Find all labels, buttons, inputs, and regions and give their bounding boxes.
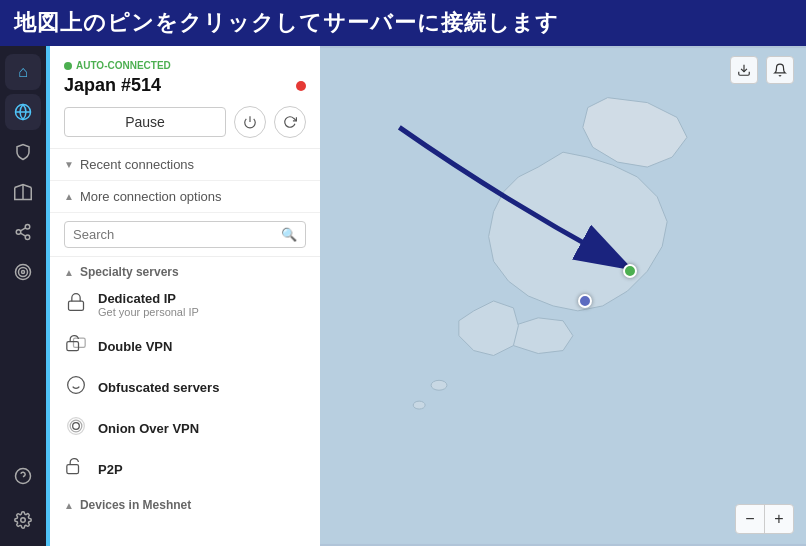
dedicated-ip-item[interactable]: Dedicated IP Get your personal IP: [50, 283, 320, 326]
obfuscated-text: Obfuscated servers: [98, 380, 219, 395]
map-area[interactable]: − +: [320, 46, 806, 546]
obfuscated-servers-item[interactable]: Obfuscated servers: [50, 367, 320, 408]
specialty-servers-label: Specialty servers: [80, 265, 179, 279]
dedicated-ip-text: Dedicated IP Get your personal IP: [98, 291, 199, 318]
dedicated-ip-icon: [64, 292, 88, 317]
obfuscated-title: Obfuscated servers: [98, 380, 219, 395]
svg-rect-16: [67, 342, 79, 351]
section-chevron-up-icon: ▲: [64, 267, 74, 278]
sidebar-item-shield[interactable]: [5, 134, 41, 170]
svg-rect-15: [69, 301, 84, 310]
zoom-out-button[interactable]: −: [736, 505, 764, 533]
double-vpn-icon: [64, 334, 88, 359]
zoom-in-button[interactable]: +: [765, 505, 793, 533]
sidebar-item-box[interactable]: [5, 174, 41, 210]
svg-line-7: [20, 228, 25, 231]
svg-point-22: [70, 420, 82, 432]
auto-connected-badge: AUTO-CONNECTED: [64, 60, 306, 71]
recent-connections-row[interactable]: ▼ Recent connections: [50, 149, 320, 181]
onion-title: Onion Over VPN: [98, 421, 199, 436]
svg-point-10: [22, 271, 25, 274]
double-vpn-item[interactable]: Double VPN: [50, 326, 320, 367]
more-options-row[interactable]: ▲ More connection options: [50, 181, 320, 213]
svg-point-26: [431, 380, 447, 390]
pause-button[interactable]: Pause: [64, 107, 226, 137]
sidebar-item-help[interactable]: [5, 458, 41, 494]
onion-icon: [64, 416, 88, 441]
onion-over-vpn-item[interactable]: Onion Over VPN: [50, 408, 320, 449]
more-options-label: More connection options: [80, 189, 222, 204]
top-banner: 地図上のピンをクリックしてサーバーに接続します: [0, 0, 806, 46]
sidebar-item-settings[interactable]: [5, 502, 41, 538]
svg-rect-24: [67, 465, 79, 474]
svg-point-3: [25, 225, 30, 230]
meshnet-section-header: ▲ Devices in Meshnet: [50, 490, 320, 516]
icon-sidebar: ⌂: [0, 46, 46, 546]
svg-rect-17: [74, 338, 86, 347]
active-server-pin[interactable]: [623, 264, 637, 278]
power-button[interactable]: [234, 106, 266, 138]
svg-point-27: [413, 401, 425, 409]
svg-point-13: [21, 518, 26, 523]
notification-button[interactable]: [766, 56, 794, 84]
map-top-right-controls: [730, 56, 794, 84]
dedicated-ip-subtitle: Get your personal IP: [98, 306, 199, 318]
search-input-wrap[interactable]: 🔍: [64, 221, 306, 248]
svg-line-6: [20, 233, 25, 236]
server-name: Japan #514: [64, 75, 161, 96]
p2p-icon: [64, 457, 88, 482]
side-panel: AUTO-CONNECTED Japan #514 Pause: [50, 46, 320, 546]
meshnet-chevron-icon: ▲: [64, 500, 74, 511]
sidebar-item-target[interactable]: [5, 254, 41, 290]
svg-point-4: [16, 230, 21, 235]
p2p-item[interactable]: P2P: [50, 449, 320, 490]
secondary-server-pin[interactable]: [578, 294, 592, 308]
dedicated-ip-title: Dedicated IP: [98, 291, 199, 306]
server-list: ▲ Specialty servers Dedicated IP Get you…: [50, 257, 320, 546]
chevron-up-icon: ▲: [64, 191, 74, 202]
p2p-title: P2P: [98, 462, 123, 477]
recent-connections-label: Recent connections: [80, 157, 194, 172]
map-svg: [320, 46, 806, 546]
search-input[interactable]: [73, 227, 281, 242]
search-icon: 🔍: [281, 227, 297, 242]
search-section: 🔍: [50, 213, 320, 257]
onion-text: Onion Over VPN: [98, 421, 199, 436]
banner-text: 地図上のピンをクリックしてサーバーに接続します: [14, 8, 559, 38]
svg-point-18: [68, 377, 85, 394]
double-vpn-text: Double VPN: [98, 339, 172, 354]
chevron-right-icon: ▼: [64, 159, 74, 170]
sidebar-item-globe[interactable]: [5, 94, 41, 130]
svg-point-5: [25, 235, 30, 240]
sidebar-item-nodes[interactable]: [5, 214, 41, 250]
connection-header: AUTO-CONNECTED Japan #514 Pause: [50, 46, 320, 149]
connection-status-dot: [296, 81, 306, 91]
svg-point-9: [19, 268, 28, 277]
p2p-text: P2P: [98, 462, 123, 477]
meshnet-label: Devices in Meshnet: [80, 498, 191, 512]
double-vpn-title: Double VPN: [98, 339, 172, 354]
map-zoom-controls: − +: [735, 504, 794, 534]
specialty-servers-header: ▲ Specialty servers: [50, 257, 320, 283]
svg-point-21: [73, 423, 80, 430]
download-map-button[interactable]: [730, 56, 758, 84]
obfuscated-icon: [64, 375, 88, 400]
refresh-button[interactable]: [274, 106, 306, 138]
sidebar-item-home[interactable]: ⌂: [5, 54, 41, 90]
